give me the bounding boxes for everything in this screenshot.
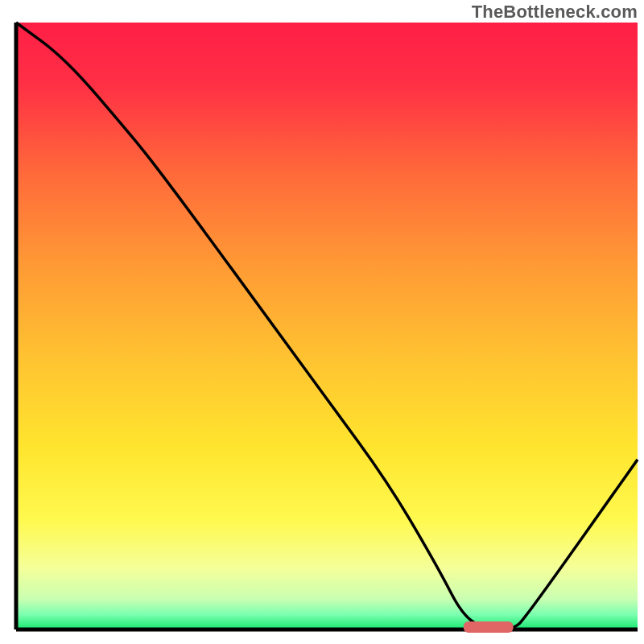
optimal-marker	[464, 621, 514, 633]
watermark-text: TheBottleneck.com	[472, 2, 638, 23]
chart-container: TheBottleneck.com	[0, 0, 644, 644]
plot-background	[16, 23, 638, 630]
bottleneck-chart	[0, 0, 644, 644]
